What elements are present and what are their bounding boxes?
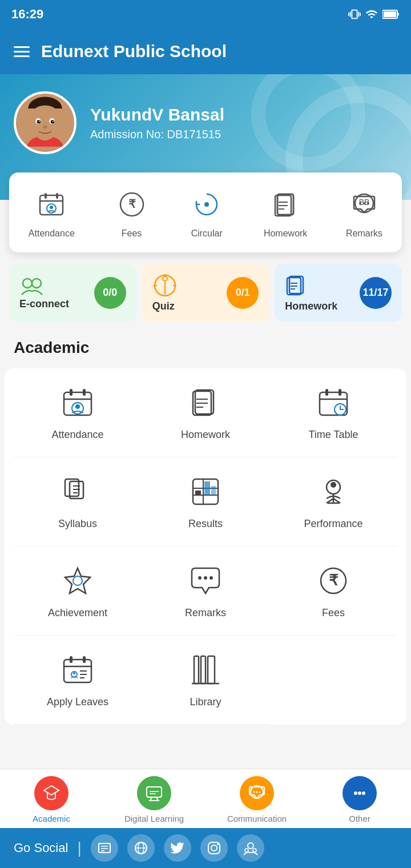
quick-homework[interactable]: Homework: [264, 186, 307, 239]
svg-point-12: [43, 126, 47, 129]
attendance-icon-container: [33, 186, 70, 223]
svg-point-83: [209, 576, 213, 580]
academic-attendance[interactable]: Attendance: [14, 368, 142, 457]
hw-stat-icon: [285, 273, 310, 298]
academic-performance[interactable]: Performance: [269, 457, 397, 546]
svg-rect-99: [147, 787, 162, 797]
social-twitter-btn[interactable]: [164, 834, 191, 862]
svg-rect-1: [384, 11, 396, 17]
svg-point-91: [73, 672, 75, 674]
svg-text:₹: ₹: [329, 572, 339, 589]
fees-icon-container: ₹: [114, 186, 150, 223]
attendance-icon: [37, 190, 66, 219]
econnect-icon: [19, 275, 45, 296]
remarks-icon-container: BB: [346, 186, 382, 223]
svg-rect-89: [83, 656, 86, 663]
go-social-bar: Go Social |: [0, 828, 411, 868]
academic-achievement[interactable]: Achievement: [14, 546, 142, 636]
academic-applyleaves[interactable]: Apply Leaves: [14, 636, 142, 725]
svg-rect-95: [194, 656, 199, 684]
academic-library[interactable]: Library: [142, 636, 269, 725]
quiz-label: Quiz: [152, 300, 178, 312]
go-social-divider: |: [77, 839, 81, 857]
academic-remarks[interactable]: Remarks: [142, 546, 269, 636]
circular-icon: [192, 190, 221, 219]
svg-rect-57: [320, 392, 347, 415]
quiz-icon: [152, 273, 178, 298]
nav-other-icon-circle: [342, 776, 377, 810]
bottom-nav: Academic Digital Learning C: [0, 769, 411, 828]
svg-point-111: [362, 791, 365, 795]
svg-point-9: [51, 120, 54, 123]
quick-circular[interactable]: Circular: [188, 186, 225, 239]
stats-row: E-connect 0/0 Quiz 0/1: [0, 252, 411, 322]
quiz-left: Quiz: [152, 273, 178, 312]
svg-point-18: [50, 206, 53, 209]
social-instagram-btn[interactable]: [200, 834, 228, 862]
svg-point-121: [217, 843, 219, 845]
nav-digitallearning[interactable]: Digital Learning: [103, 776, 206, 823]
academic-performance-icon: [315, 473, 352, 510]
nav-communication-label: Communication: [227, 814, 287, 823]
quick-fees-label: Fees: [122, 228, 142, 239]
econnect-badge: 0/0: [94, 277, 126, 309]
quiz-card[interactable]: Quiz 0/1: [142, 264, 269, 322]
svg-point-107: [256, 791, 258, 793]
social-twitter-icon: [170, 840, 186, 856]
nav-academic-icon: [42, 783, 61, 803]
social-person-btn[interactable]: [237, 834, 264, 862]
quick-remarks[interactable]: BB Remarks: [346, 186, 382, 239]
social-news-btn[interactable]: [91, 834, 118, 862]
nav-communication-icon-circle: [240, 776, 274, 810]
status-time: 16:29: [11, 7, 43, 22]
academic-results[interactable]: Results: [142, 457, 269, 546]
academic-library-label: Library: [190, 696, 221, 708]
academic-applyleaves-icon: [59, 652, 96, 688]
svg-rect-48: [83, 389, 86, 396]
nav-other-icon: [350, 783, 369, 803]
svg-rect-14: [45, 193, 47, 199]
nav-communication[interactable]: Communication: [206, 776, 308, 823]
quick-attendance[interactable]: Attendance: [29, 186, 75, 239]
homework-card[interactable]: Homework 11/17: [275, 264, 402, 322]
homework-icon: [271, 190, 300, 219]
academic-timetable[interactable]: Time Table: [269, 368, 397, 457]
hamburger-menu[interactable]: [14, 46, 30, 57]
circular-icon-container: [188, 186, 225, 223]
academic-syllabus[interactable]: Syllabus: [14, 457, 142, 546]
academic-fees[interactable]: ₹ Fees: [269, 546, 397, 636]
social-web-btn[interactable]: [127, 834, 155, 862]
academic-homework-icon: [187, 384, 224, 421]
quick-homework-label: Homework: [264, 228, 307, 239]
app-title: Edunext Public School: [41, 42, 227, 61]
svg-point-33: [23, 279, 32, 288]
avatar: [14, 91, 76, 154]
svg-rect-71: [195, 491, 201, 495]
svg-point-75: [331, 482, 336, 488]
svg-point-51: [75, 404, 80, 409]
svg-point-106: [253, 791, 255, 793]
academic-section-title: Academic: [0, 322, 411, 368]
svg-rect-73: [211, 486, 216, 495]
academic-syllabus-icon: [59, 473, 96, 510]
academic-syllabus-label: Syllabus: [58, 518, 97, 530]
quick-fees[interactable]: ₹ Fees: [114, 186, 150, 239]
profile-info: YukundV Bansal Admission No: DB171515: [90, 105, 224, 141]
fees-icon: ₹: [117, 190, 147, 219]
profile-admission: Admission No: DB171515: [90, 128, 224, 141]
nav-academic[interactable]: Academic: [0, 776, 103, 823]
nav-other[interactable]: Other: [308, 776, 411, 823]
quick-icons-card: Attendance ₹ Fees Circular: [9, 172, 402, 252]
econnect-label: E-connect: [19, 298, 69, 310]
battery-icon: [382, 9, 400, 19]
main-content: Academic Attendance Homewor: [0, 322, 411, 839]
go-social-text: Go Social: [14, 841, 68, 855]
academic-homework[interactable]: Homework: [142, 368, 269, 457]
homework-left: Homework: [285, 273, 337, 312]
svg-rect-86: [64, 660, 91, 682]
econnect-card[interactable]: E-connect 0/0: [9, 264, 136, 322]
social-instagram-icon: [206, 840, 222, 856]
svg-point-34: [32, 279, 41, 288]
svg-point-36: [163, 276, 167, 281]
svg-rect-72: [204, 481, 210, 495]
